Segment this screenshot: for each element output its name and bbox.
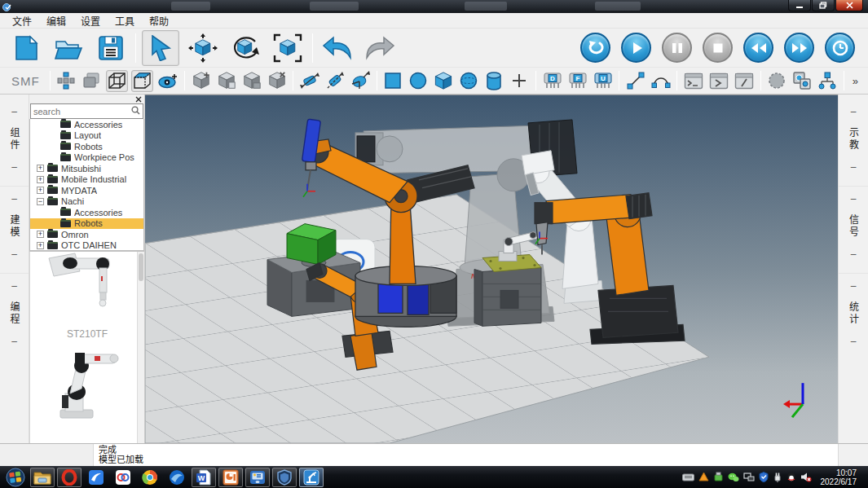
downloads-tray-icon[interactable] <box>698 472 709 482</box>
dashed-circle-icon[interactable] <box>766 70 788 92</box>
collapse-handle[interactable]: – <box>11 161 17 173</box>
redo-button[interactable] <box>361 30 399 66</box>
taskbar-security-shield[interactable] <box>272 468 297 487</box>
shield-tray-icon[interactable] <box>759 472 769 482</box>
collapse-handle[interactable]: – <box>11 248 17 260</box>
layered-parts-icon[interactable] <box>791 70 813 92</box>
collapse-handle[interactable]: – <box>11 336 17 347</box>
fast-forward-button[interactable] <box>784 33 814 63</box>
menu-item[interactable]: 设置 <box>73 13 108 29</box>
move-tool[interactable] <box>184 30 222 66</box>
tree-item[interactable]: Accessories <box>30 207 143 218</box>
expander-icon[interactable] <box>50 121 57 128</box>
close-button[interactable] <box>835 0 863 11</box>
dock-tab[interactable]: 信号 <box>847 214 861 239</box>
chip-u-icon[interactable]: U <box>592 70 614 92</box>
collapse-handle[interactable]: – <box>851 248 857 260</box>
node-tree-icon[interactable] <box>817 70 839 92</box>
expander-icon[interactable] <box>50 154 57 161</box>
scrollbar[interactable] <box>137 252 144 443</box>
green-box[interactable] <box>287 224 336 265</box>
taskbar-opera[interactable] <box>57 468 82 487</box>
open-file-button[interactable] <box>50 30 87 66</box>
tree-item[interactable]: Robots <box>30 141 143 152</box>
volume-muted-tray-icon[interactable] <box>800 472 812 482</box>
output-console-icon[interactable] <box>707 70 729 92</box>
time-settings-button[interactable] <box>825 33 855 63</box>
primitive-plane-icon[interactable] <box>382 70 404 92</box>
duplicate-part-icon[interactable] <box>215 70 237 92</box>
restore-button[interactable] <box>812 0 835 11</box>
explode-assembly-icon[interactable] <box>55 70 77 92</box>
tree-item[interactable]: + Mitsubishi <box>30 163 143 174</box>
collapse-handle[interactable]: – <box>851 193 857 204</box>
new-file-button[interactable] <box>7 30 45 66</box>
qq-tray-icon[interactable] <box>786 472 796 482</box>
taskbar-robot-sim[interactable] <box>299 468 324 487</box>
pause-button[interactable] <box>662 33 692 63</box>
taskbar-clock[interactable]: 10:07 2022/6/17 <box>816 468 862 486</box>
expander-icon[interactable] <box>50 132 57 139</box>
network-tray-icon[interactable] <box>743 473 755 482</box>
primitive-box-icon[interactable] <box>433 70 455 92</box>
collapse-handle[interactable]: – <box>851 336 857 347</box>
collapse-handle[interactable]: – <box>11 193 17 204</box>
subtract-part-icon[interactable] <box>240 70 262 92</box>
script-editor-icon[interactable] <box>734 70 756 92</box>
tree-item[interactable]: Layout <box>30 130 143 142</box>
taskbar-word[interactable]: W <box>192 468 216 487</box>
frame-select-tool[interactable] <box>269 30 306 66</box>
taskbar-explorer[interactable] <box>30 468 55 487</box>
visibility-eye-icon[interactable] <box>156 70 179 92</box>
taskbar-blue-browser[interactable] <box>165 468 189 487</box>
select-tool[interactable] <box>142 30 179 66</box>
collapse-handle[interactable]: – <box>851 161 857 173</box>
collapse-handle[interactable]: – <box>11 106 17 117</box>
menu-item[interactable]: 编辑 <box>39 13 73 29</box>
expander-icon[interactable]: + <box>37 187 44 194</box>
search-input[interactable] <box>31 107 129 117</box>
save-file-button[interactable] <box>92 30 130 66</box>
rotate-tool[interactable] <box>227 30 264 66</box>
expander-icon[interactable] <box>50 209 57 216</box>
dock-tab[interactable]: 组件 <box>7 127 21 152</box>
revolute-joint-icon[interactable] <box>298 70 320 92</box>
tree-item[interactable]: + Mobile Industrial <box>30 174 143 186</box>
expander-icon[interactable]: + <box>37 176 44 183</box>
tree-item[interactable]: + Omron <box>30 229 143 240</box>
add-primitive-icon[interactable] <box>509 70 531 92</box>
primitive-sphere-icon[interactable] <box>458 70 480 92</box>
stop-button[interactable] <box>703 33 733 63</box>
chip-d-icon[interactable]: D <box>541 70 563 92</box>
wireframe-cube-icon[interactable] <box>106 70 128 92</box>
dock-tab[interactable]: 统计 <box>847 301 861 326</box>
primitive-cylinder-icon[interactable] <box>483 70 505 92</box>
expander-icon[interactable]: + <box>37 242 44 249</box>
tree-item[interactable]: − Nachi <box>30 196 143 208</box>
taskbar-chrome[interactable] <box>138 468 162 487</box>
terminal-icon[interactable] <box>682 70 704 92</box>
minimize-button[interactable] <box>788 0 811 11</box>
collapse-handle[interactable]: – <box>851 280 857 292</box>
tree-item[interactable]: + OTC DAIHEN <box>30 240 143 252</box>
prismatic-joint-icon[interactable] <box>324 70 346 92</box>
taskbar-thunder[interactable] <box>84 468 108 487</box>
taskbar-powerpoint[interactable] <box>218 468 243 487</box>
scrollbar-thumb[interactable] <box>139 253 143 281</box>
dock-tab[interactable]: 编程 <box>7 301 21 326</box>
start-button[interactable] <box>3 468 28 487</box>
dock-tab[interactable]: 示教 <box>847 127 861 152</box>
undo-button[interactable] <box>319 30 356 66</box>
usb-tray-icon[interactable] <box>713 472 724 482</box>
toolbar-overflow-chevron[interactable]: » <box>848 75 863 87</box>
keyboard-tray-icon[interactable] <box>682 473 694 482</box>
shaded-cube-icon[interactable] <box>131 70 153 92</box>
tree-item[interactable]: Workpiece Pos <box>30 152 143 164</box>
chip-f-icon[interactable]: F <box>566 70 588 92</box>
add-part-icon[interactable] <box>190 70 212 92</box>
tree-item[interactable]: Accessories <box>30 119 143 130</box>
menu-item[interactable]: 工具 <box>108 13 142 29</box>
reset-button[interactable] <box>580 33 610 63</box>
search-icon[interactable] <box>129 106 143 117</box>
wechat-tray-icon[interactable] <box>728 473 739 482</box>
